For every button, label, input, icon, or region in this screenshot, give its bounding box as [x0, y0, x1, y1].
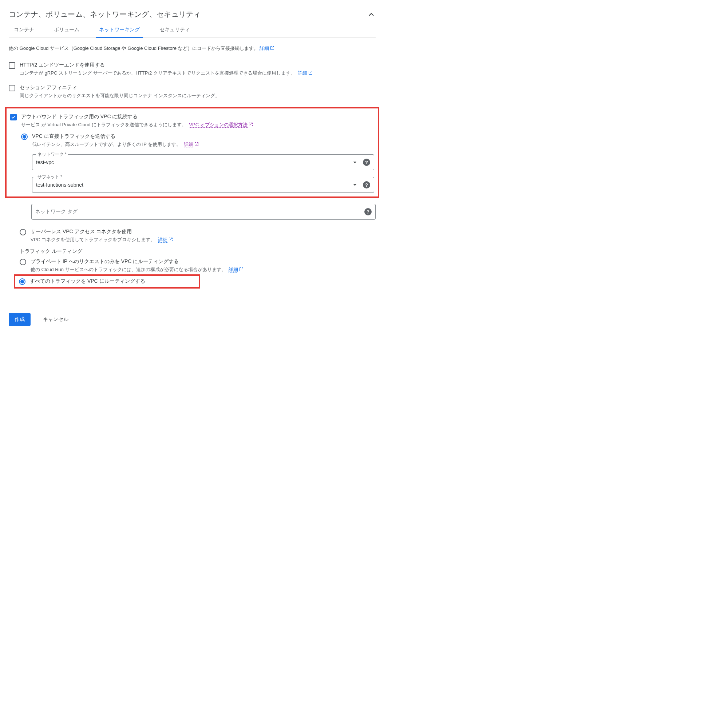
vpc-direct-label: VPC に直接トラフィックを送信する: [32, 133, 199, 140]
traffic-routing-heading: トラフィック ルーティング: [20, 248, 376, 255]
vpc-connect-desc: サービス が Virtual Private Cloud にトラフィックを送信で…: [21, 121, 253, 128]
vpc-connector-link[interactable]: 詳細: [158, 237, 168, 243]
vpc-direct-link[interactable]: 詳細: [184, 141, 193, 147]
intro-text: 他の Google Cloud サービス（Google Cloud Storag…: [9, 45, 376, 52]
vpc-connect-option[interactable]: アウトバウンド トラフィック用の VPC に接続する サービス が Virtua…: [10, 114, 374, 128]
route-private-label: プライベート IP へのリクエストのみを VPC にルーティングする: [30, 258, 244, 265]
http2-option[interactable]: HTTP/2 エンドツーエンドを使用する コンテナが gRPC ストリーミング …: [9, 62, 376, 76]
subnet-field-value: test-functions-subnet: [36, 182, 351, 188]
route-all-option[interactable]: すべてのトラフィックを VPC にルーティングする: [19, 278, 195, 285]
footer-actions: 作成 キャンセル: [9, 307, 376, 326]
external-link-icon: [248, 122, 253, 127]
vpc-direct-radio[interactable]: [21, 134, 27, 140]
session-affinity-option[interactable]: セッション アフィニティ 同じクライアントからのリクエストを可能な限り同じコンテ…: [9, 84, 376, 99]
tab-volume[interactable]: ボリューム: [51, 23, 82, 38]
subnet-field-label: サブネット *: [36, 174, 64, 180]
dropdown-arrow-icon: [351, 181, 358, 189]
network-tags-input[interactable]: ネットワーク タグ ?: [31, 204, 376, 220]
tabs-bar: コンテナ ボリューム ネットワーキング セキュリティ: [9, 23, 376, 38]
vpc-connect-label: アウトバウンド トラフィック用の VPC に接続する: [21, 114, 253, 120]
route-private-radio[interactable]: [20, 259, 26, 265]
route-private-link[interactable]: 詳細: [228, 267, 238, 273]
highlight-box-route-all: すべてのトラフィックを VPC にルーティングする: [14, 274, 200, 289]
route-private-desc: 他の Cloud Run サービスへのトラフィックには、追加の構成が必要になる場…: [30, 266, 244, 273]
vpc-connector-option[interactable]: サーバーレス VPC アクセス コネクタを使用 VPC コネクタを使用してトラフ…: [20, 228, 376, 243]
vpc-connector-desc: VPC コネクタを使用してトラフィックをプロキシします。 詳細: [30, 237, 173, 243]
vpc-connect-checkbox[interactable]: [10, 114, 17, 120]
network-tags-placeholder: ネットワーク タグ: [35, 208, 361, 215]
http2-checkbox[interactable]: [9, 62, 15, 69]
http2-label: HTTP/2 エンドツーエンドを使用する: [20, 62, 313, 68]
route-all-radio[interactable]: [19, 278, 26, 285]
section-title: コンテナ、ボリューム、ネットワーキング、セキュリティ: [9, 9, 201, 19]
intro-text-content: 他の Google Cloud サービス（Google Cloud Storag…: [9, 45, 259, 51]
network-field-label: ネットワーク *: [36, 152, 68, 157]
highlight-box-vpc: アウトバウンド トラフィック用の VPC に接続する サービス が Virtua…: [5, 107, 379, 198]
network-select[interactable]: ネットワーク * test-vpc ?: [32, 154, 374, 170]
help-icon[interactable]: ?: [363, 159, 370, 166]
session-affinity-desc: 同じクライアントからのリクエストを可能な限り同じコンテナ インスタンスにルーティ…: [20, 92, 220, 99]
tab-security[interactable]: セキュリティ: [156, 23, 193, 38]
tab-container[interactable]: コンテナ: [11, 23, 37, 38]
http2-desc: コンテナが gRPC ストリーミング サーバーであるか、HTTP/2 クリアテキ…: [20, 70, 313, 76]
vpc-connector-radio[interactable]: [20, 229, 26, 235]
subnet-select[interactable]: サブネット * test-functions-subnet ?: [32, 177, 374, 193]
intro-link[interactable]: 詳細: [260, 45, 269, 51]
cancel-button[interactable]: キャンセル: [41, 316, 71, 323]
tab-networking[interactable]: ネットワーキング: [96, 23, 143, 38]
external-link-icon: [169, 237, 173, 242]
session-affinity-checkbox[interactable]: [9, 85, 15, 91]
external-link-icon: [270, 46, 274, 50]
vpc-options-link[interactable]: VPC オプションの選択方法: [189, 122, 247, 128]
dropdown-arrow-icon: [351, 159, 358, 166]
help-icon[interactable]: ?: [364, 208, 372, 215]
help-icon[interactable]: ?: [363, 181, 370, 189]
chevron-up-icon: [367, 10, 376, 19]
route-private-option[interactable]: プライベート IP へのリクエストのみを VPC にルーティングする 他の Cl…: [20, 258, 376, 273]
external-link-icon: [194, 142, 199, 146]
vpc-direct-option[interactable]: VPC に直接トラフィックを送信する 低レイテンシ、高スループットですが、より多…: [21, 133, 374, 148]
vpc-direct-desc: 低レイテンシ、高スループットですが、より多くの IP を使用します。 詳細: [32, 141, 199, 148]
external-link-icon: [239, 267, 244, 271]
expandable-section-header[interactable]: コンテナ、ボリューム、ネットワーキング、セキュリティ: [9, 7, 376, 23]
route-all-label: すべてのトラフィックを VPC にルーティングする: [30, 278, 145, 284]
create-button[interactable]: 作成: [9, 313, 30, 326]
external-link-icon: [308, 71, 313, 75]
http2-link[interactable]: 詳細: [298, 70, 307, 76]
vpc-connector-label: サーバーレス VPC アクセス コネクタを使用: [30, 228, 173, 235]
network-field-value: test-vpc: [36, 159, 351, 165]
session-affinity-label: セッション アフィニティ: [20, 84, 220, 91]
